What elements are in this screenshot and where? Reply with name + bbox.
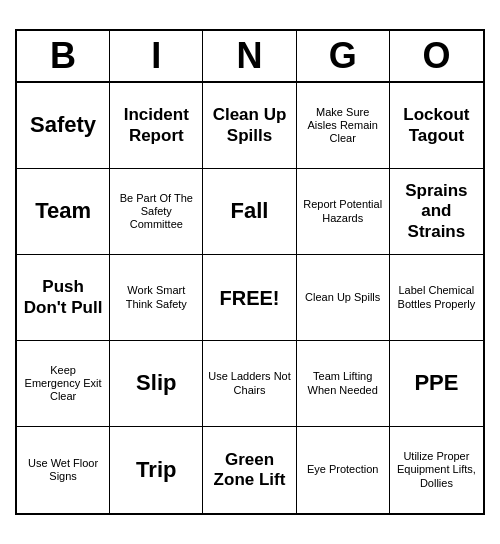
bingo-letter-g: G: [297, 31, 390, 81]
bingo-cell-1[interactable]: Incident Report: [110, 83, 203, 169]
bingo-cell-11[interactable]: Work Smart Think Safety: [110, 255, 203, 341]
bingo-cell-23[interactable]: Eye Protection: [297, 427, 390, 513]
bingo-cell-6[interactable]: Be Part Of The Safety Committee: [110, 169, 203, 255]
bingo-grid: SafetyIncident ReportClean Up SpillsMake…: [17, 83, 483, 513]
bingo-cell-22[interactable]: Green Zone Lift: [203, 427, 296, 513]
bingo-cell-17[interactable]: Use Ladders Not Chairs: [203, 341, 296, 427]
bingo-cell-18[interactable]: Team Lifting When Needed: [297, 341, 390, 427]
bingo-cell-7[interactable]: Fall: [203, 169, 296, 255]
bingo-cell-2[interactable]: Clean Up Spills: [203, 83, 296, 169]
bingo-cell-21[interactable]: Trip: [110, 427, 203, 513]
bingo-cell-0[interactable]: Safety: [17, 83, 110, 169]
bingo-letter-i: I: [110, 31, 203, 81]
bingo-cell-15[interactable]: Keep Emergency Exit Clear: [17, 341, 110, 427]
bingo-cell-4[interactable]: Lockout Tagout: [390, 83, 483, 169]
bingo-cell-5[interactable]: Team: [17, 169, 110, 255]
bingo-cell-13[interactable]: Clean Up Spills: [297, 255, 390, 341]
bingo-header: BINGO: [17, 31, 483, 83]
bingo-cell-24[interactable]: Utilize Proper Equipment Lifts, Dollies: [390, 427, 483, 513]
bingo-letter-b: B: [17, 31, 110, 81]
bingo-cell-16[interactable]: Slip: [110, 341, 203, 427]
bingo-cell-3[interactable]: Make Sure Aisles Remain Clear: [297, 83, 390, 169]
bingo-card: BINGO SafetyIncident ReportClean Up Spil…: [15, 29, 485, 515]
bingo-cell-8[interactable]: Report Potential Hazards: [297, 169, 390, 255]
bingo-cell-20[interactable]: Use Wet Floor Signs: [17, 427, 110, 513]
bingo-cell-9[interactable]: Sprains and Strains: [390, 169, 483, 255]
bingo-cell-10[interactable]: Push Don't Pull: [17, 255, 110, 341]
bingo-letter-o: O: [390, 31, 483, 81]
bingo-letter-n: N: [203, 31, 296, 81]
bingo-cell-14[interactable]: Label Chemical Bottles Properly: [390, 255, 483, 341]
bingo-cell-12[interactable]: FREE!: [203, 255, 296, 341]
bingo-cell-19[interactable]: PPE: [390, 341, 483, 427]
